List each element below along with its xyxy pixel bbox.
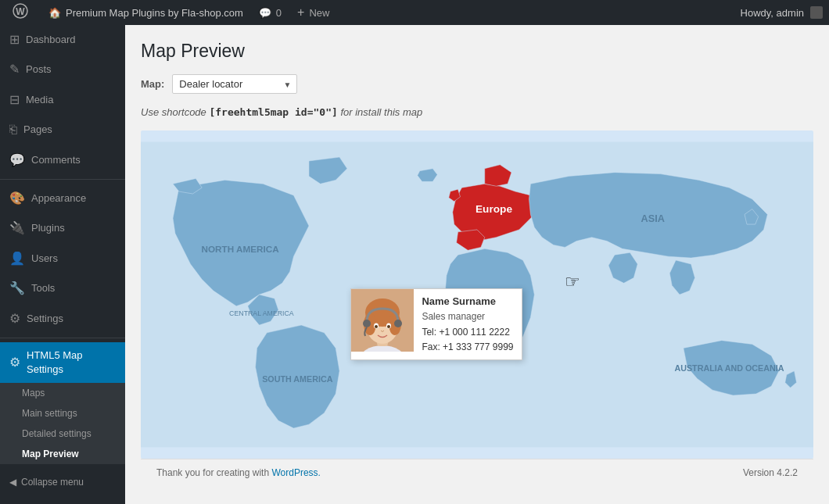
html5map-icon: ⚙	[9, 354, 20, 371]
pages-icon: ⎗	[9, 121, 17, 138]
svg-text:AUSTRALIA AND OCEANIA: AUSTRALIA AND OCEANIA	[674, 363, 784, 373]
appearance-icon: 🎨	[9, 190, 25, 207]
map-selector-row: Map: Dealer locator	[141, 74, 813, 94]
sidebar-item-dashboard[interactable]: ⊞ Dashboard	[0, 25, 125, 55]
svg-text:CENTRAL AMERICA: CENTRAL AMERICA	[229, 309, 294, 317]
sidebar-item-users[interactable]: 👤 Users	[0, 244, 125, 273]
sidebar-item-tools[interactable]: 🔧 Tools	[0, 273, 125, 303]
site-name[interactable]: 🏠 Premium Map Plugins by Fla-shop.com	[41, 7, 251, 19]
dashboard-icon: ⊞	[9, 31, 20, 48]
sidebar-item-media[interactable]: ⊟ Media	[0, 85, 125, 115]
collapse-icon: ◀	[9, 477, 16, 488]
tooltip-fax: Fax: +1 333 777 9999	[422, 340, 513, 355]
tooltip-name: Name Surname	[422, 294, 513, 310]
sidebar-item-settings[interactable]: ⚙ Settings	[0, 304, 125, 334]
menu-divider-2	[0, 338, 125, 338]
sidebar-item-html5map[interactable]: ⚙ HTML5 Map Settings	[0, 342, 125, 383]
menu-divider-1	[0, 179, 125, 180]
collapse-menu-button[interactable]: ◀ Collapse menu	[0, 470, 125, 494]
settings-icon: ⚙	[9, 310, 20, 327]
map-container[interactable]: NORTH AMERICA CENTRAL AMERICA SOUTH AMER…	[141, 130, 813, 459]
tools-icon: 🔧	[9, 280, 25, 297]
submenu-item-main-settings[interactable]: Main settings	[0, 403, 125, 424]
sidebar-item-plugins[interactable]: 🔌 Plugins	[0, 213, 125, 243]
tooltip-tel: Tel: +1 000 111 2222	[422, 325, 513, 340]
map-label: Map:	[141, 78, 164, 90]
map-select-wrapper: Dealer locator	[172, 74, 297, 94]
svg-text:W: W	[16, 5, 25, 16]
posts-icon: ✎	[9, 61, 20, 78]
tooltip-role: Sales manager	[422, 309, 513, 324]
wordpress-link[interactable]: WordPress.	[271, 467, 320, 478]
svg-point-22	[394, 320, 402, 327]
wordpress-logo[interactable]: W	[6, 3, 34, 23]
plugins-icon: 🔌	[9, 220, 25, 237]
avatar[interactable]	[810, 6, 823, 19]
svg-point-20	[387, 325, 390, 328]
submenu-item-detailed-settings[interactable]: Detailed settings	[0, 424, 125, 444]
svg-text:ASIA: ASIA	[641, 213, 665, 224]
footer: Thank you for creating with WordPress. V…	[141, 459, 813, 486]
svg-text:SOUTH AMERICA: SOUTH AMERICA	[262, 374, 333, 384]
sidebar-item-appearance[interactable]: 🎨 Appearance	[0, 184, 125, 213]
home-icon: 🏠	[48, 7, 61, 19]
tooltip-info: Name Surname Sales manager Tel: +1 000 1…	[414, 289, 521, 359]
page-title: Map Preview	[141, 41, 813, 62]
map-select[interactable]: Dealer locator	[172, 74, 297, 94]
tooltip-photo	[351, 289, 414, 352]
comment-icon: 💬	[259, 7, 271, 19]
footer-credit: Thank you for creating with WordPress.	[156, 467, 321, 478]
svg-text:NORTH AMERICA: NORTH AMERICA	[201, 244, 279, 254]
svg-point-21	[363, 320, 371, 327]
sidebar-item-comments[interactable]: 💬 Comments	[0, 145, 125, 175]
sidebar: ⊞ Dashboard ✎ Posts ⊟ Media ⎗ Pages 💬 Co…	[0, 25, 125, 504]
sidebar-item-posts[interactable]: ✎ Posts	[0, 55, 125, 84]
footer-version: Version 4.2.2	[743, 467, 798, 478]
admin-user-info: Howdy, admin	[741, 6, 823, 19]
submenu-item-maps[interactable]: Maps	[0, 383, 125, 403]
admin-bar: W 🏠 Premium Map Plugins by Fla-shop.com …	[0, 0, 829, 25]
shortcode-info: Use shortcode [freehtml5map id="0"] for …	[141, 106, 813, 118]
main-content: Map Preview Map: Dealer locator Use shor…	[125, 25, 829, 504]
comments-icon: 💬	[9, 152, 25, 169]
map-tooltip: Name Surname Sales manager Tel: +1 000 1…	[350, 288, 522, 360]
svg-text:Europe: Europe	[476, 203, 512, 215]
new-content-link[interactable]: + New	[289, 5, 337, 20]
submenu-item-map-preview[interactable]: Map Preview	[0, 444, 125, 464]
svg-point-19	[375, 325, 378, 328]
media-icon: ⊟	[9, 91, 20, 109]
sidebar-item-pages[interactable]: ⎗ Pages	[0, 115, 125, 145]
users-icon: 👤	[9, 250, 25, 267]
shortcode-code: [freehtml5map id="0"]	[209, 106, 337, 118]
plus-icon: +	[297, 5, 304, 20]
comments-link[interactable]: 💬 0	[251, 7, 289, 19]
